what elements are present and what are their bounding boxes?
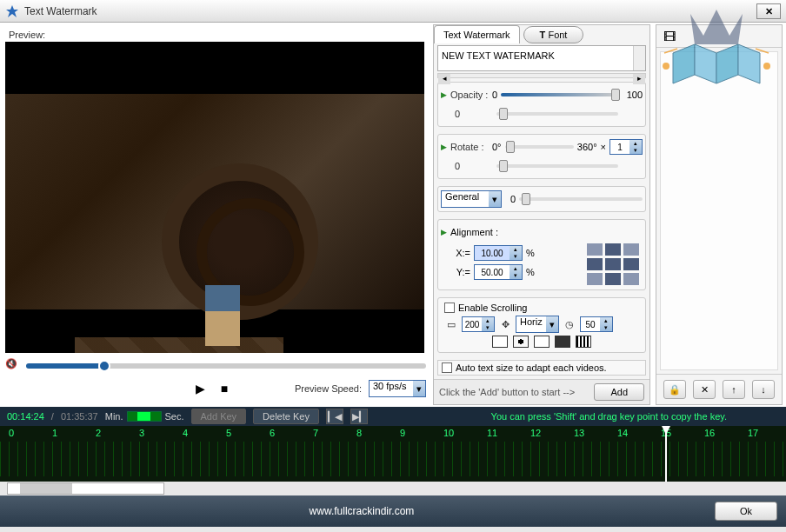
timeline-hscroll[interactable] — [0, 482, 786, 495]
expand-icon[interactable]: ▶ — [441, 143, 447, 151]
film-icon: 🎞 — [663, 30, 676, 43]
preview-label: Preview: — [5, 28, 426, 42]
autosize-checkbox[interactable] — [442, 362, 452, 373]
timeline-toolbar: 00:14:24 / 01:35:37 Min. Sec. Add Key De… — [0, 407, 786, 426]
pattern-3[interactable] — [534, 336, 550, 348]
main-area: Preview: 🔇 ▶ ■ Preview Speed: 30 fps/s▾ … — [0, 23, 786, 407]
pattern-row — [441, 334, 643, 349]
mode-select[interactable]: General▾ — [441, 190, 502, 208]
clock-icon: ◷ — [563, 317, 576, 331]
pattern-5[interactable] — [576, 336, 591, 348]
svg-marker-0 — [6, 5, 18, 17]
align-y-spin[interactable]: ▴▾ — [474, 264, 523, 280]
enable-scrolling-checkbox[interactable] — [444, 303, 455, 313]
alignment-group: ▶Alignment : X:= ▴▾ % Y:= ▴▾ % — [437, 219, 646, 290]
preview-viewport[interactable] — [5, 42, 424, 353]
autosize-label: Auto text size to adapt each videos. — [456, 362, 607, 373]
add-hint-row: Click the 'Add' button to start --> Add — [434, 379, 649, 404]
speed-label: Preview Speed: — [295, 383, 362, 394]
layers-header: 🎞 — [656, 25, 782, 48]
seek-slider[interactable] — [26, 363, 426, 369]
rotate-label: Rotate : — [450, 142, 489, 152]
delete-button[interactable]: ✕ — [693, 380, 716, 399]
alignment-label: Alignment : — [450, 227, 498, 237]
tab-row: Text Watermark T T FontFont — [434, 25, 649, 43]
transport-bar: ▶ ■ Preview Speed: 30 fps/s▾ — [5, 376, 426, 402]
add-button[interactable]: Add — [594, 383, 644, 401]
speed-select[interactable]: 30 fps/s▾ — [369, 380, 426, 397]
opacity-slider[interactable] — [501, 93, 618, 96]
time-current: 00:14:24 — [7, 411, 44, 422]
play-button[interactable]: ▶ — [191, 380, 209, 397]
prev-key-button[interactable]: ▎◀ — [326, 409, 343, 424]
playhead[interactable] — [665, 426, 667, 482]
footer-url: www.fullcrackindir.com — [9, 505, 715, 517]
app-icon — [5, 4, 19, 18]
layers-panel: 🎞 🔒 ✕ ↑ ↓ — [656, 24, 783, 405]
layers-list[interactable] — [660, 51, 778, 370]
tab-font[interactable]: T T FontFont — [523, 26, 584, 43]
opacity-label: Opacity : — [450, 90, 489, 100]
seek-row: 🔇 — [5, 356, 426, 376]
close-button[interactable]: ✕ — [756, 3, 781, 19]
properties-panel: Text Watermark T T FontFont NEW TEXT WAT… — [433, 24, 650, 405]
mode-group: General▾ 0 — [437, 186, 646, 212]
ok-button[interactable]: Ok — [715, 502, 777, 521]
watermark-text-input[interactable]: NEW TEXT WATERMARK — [437, 45, 646, 71]
mute-icon[interactable]: 🔇 — [5, 358, 21, 374]
time-total: 01:35:37 — [61, 411, 98, 422]
align-x-spin[interactable]: ▴▾ — [474, 245, 523, 261]
timeline-hint: You can press 'Shift' and drag key point… — [491, 411, 727, 422]
scroll-dir-select[interactable]: Horiz▾ — [516, 316, 559, 333]
rotate-key-slider[interactable] — [496, 164, 618, 168]
footer: www.fullcrackindir.com Ok — [0, 495, 786, 527]
ruler-icon: ▭ — [444, 317, 458, 331]
enable-scrolling-label: Enable Scrolling — [458, 303, 528, 313]
move-up-button[interactable]: ↑ — [723, 380, 745, 399]
zoom-bar[interactable] — [127, 411, 162, 422]
next-key-button[interactable]: ▶▎ — [350, 409, 368, 424]
move-down-button[interactable]: ↓ — [752, 380, 775, 399]
window-title: Text Watermark — [24, 5, 97, 17]
move-icon: ✥ — [498, 317, 512, 331]
rotate-slider[interactable] — [505, 145, 574, 149]
titlebar: Text Watermark ✕ — [0, 0, 786, 23]
opacity-key-slider[interactable] — [496, 112, 618, 116]
preview-panel: Preview: 🔇 ▶ ■ Preview Speed: 30 fps/s▾ — [2, 24, 430, 405]
pattern-1[interactable] — [492, 336, 508, 348]
preview-frame — [5, 94, 424, 309]
mode-slider[interactable] — [519, 197, 643, 201]
opacity-group: ▶ Opacity : 0 100 0 — [437, 82, 646, 127]
pattern-2[interactable] — [513, 336, 529, 348]
rotate-mult-spin[interactable]: ▴▾ — [609, 139, 643, 155]
scrolling-group: Enable Scrolling ▭ ▴▾ ✥ Horiz▾ ◷ ▴▾ — [437, 297, 646, 353]
tab-text-watermark[interactable]: Text Watermark — [434, 25, 520, 43]
add-key-button[interactable]: Add Key — [191, 409, 247, 424]
rotate-group: ▶ Rotate : 0° 360° × ▴▾ 0 — [437, 134, 646, 179]
text-hscroll[interactable]: ◂▸ — [437, 73, 646, 78]
timeline-ruler[interactable]: 012 345 678 91011 121314 151617 — [0, 426, 786, 482]
expand-icon[interactable]: ▶ — [441, 90, 447, 99]
scroll-speed-spin[interactable]: ▴▾ — [580, 316, 613, 332]
lock-button[interactable]: 🔒 — [663, 380, 686, 399]
alignment-grid[interactable] — [587, 243, 639, 285]
scroll-width-spin[interactable]: ▴▾ — [462, 316, 495, 332]
stop-button[interactable]: ■ — [216, 380, 233, 397]
pattern-4[interactable] — [555, 336, 570, 348]
text-vscroll[interactable] — [633, 46, 645, 70]
add-hint: Click the 'Add' button to start --> — [439, 387, 575, 397]
delete-key-button[interactable]: Delete Key — [253, 409, 319, 424]
